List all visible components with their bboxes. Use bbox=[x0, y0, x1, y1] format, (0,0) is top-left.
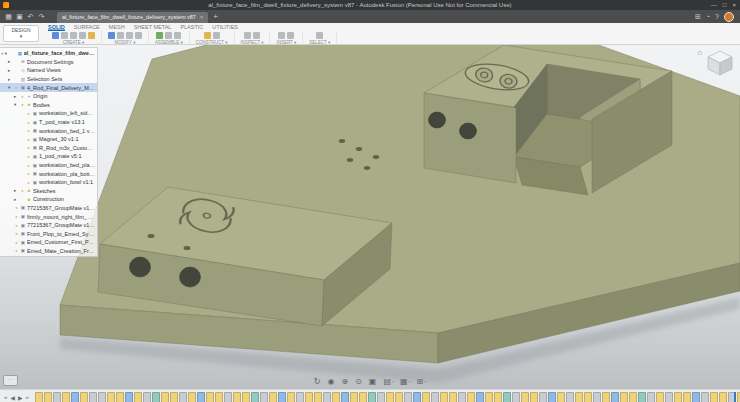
browser-row[interactable]: ▸ ◇ Named Views bbox=[0, 66, 97, 75]
ribbon-tab[interactable]: SOLID bbox=[48, 23, 65, 31]
timeline-feature-icon[interactable] bbox=[89, 392, 97, 402]
timeline-control-button[interactable]: ◀ bbox=[10, 394, 15, 401]
tool-icon[interactable] bbox=[278, 32, 285, 39]
timeline-feature-icon[interactable] bbox=[323, 392, 331, 402]
timeline-feature-icon[interactable] bbox=[692, 392, 700, 402]
timeline-feature-icon[interactable] bbox=[44, 392, 52, 402]
home-view-icon[interactable]: ⌂ bbox=[697, 48, 702, 58]
tool-icon[interactable] bbox=[126, 32, 133, 39]
timeline-feature-icon[interactable] bbox=[197, 392, 205, 402]
browser-row[interactable]: ● ▣ firmly_mount_right_film_pcb v7:1 bbox=[0, 212, 97, 221]
expand-arrow-icon[interactable]: ▸ bbox=[14, 197, 19, 202]
browser-row[interactable]: ● ▣ Emed_Mate_Creation_Frame v4:1 bbox=[0, 247, 97, 256]
nav-button[interactable]: ▣ bbox=[369, 377, 378, 387]
visibility-bulb-icon[interactable]: ● bbox=[14, 248, 19, 253]
nav-button[interactable]: ▤ ▾ bbox=[383, 377, 394, 387]
timeline-feature-icon[interactable] bbox=[269, 392, 277, 402]
browser-row[interactable]: « ▾ ▦ al_fixture_face_film_dwell_fixture… bbox=[0, 49, 97, 58]
timeline-feature-icon[interactable] bbox=[719, 392, 727, 402]
timeline-feature-icon[interactable] bbox=[53, 392, 61, 402]
timeline-feature-icon[interactable] bbox=[260, 392, 268, 402]
timeline-feature-icon[interactable] bbox=[701, 392, 709, 402]
timeline-feature-icon[interactable] bbox=[404, 392, 412, 402]
browser-row[interactable]: ▸ ⊛ Document Settings bbox=[0, 58, 97, 67]
timeline-feature-icon[interactable] bbox=[143, 392, 151, 402]
new-tab-button[interactable]: + bbox=[213, 12, 218, 21]
browser-row[interactable]: ▸ ● + Origin bbox=[0, 92, 97, 101]
expand-arrow-icon[interactable]: ▾ bbox=[5, 51, 10, 56]
document-tab[interactable]: al_fixture_face_film_dwell_fixture_deliv… bbox=[57, 12, 208, 23]
nav-button[interactable]: ↻ bbox=[314, 377, 322, 387]
browser-row[interactable]: ▸ ▥ Selection Sets bbox=[0, 75, 97, 84]
timeline-feature-icon[interactable] bbox=[449, 392, 457, 402]
timeline-feature-icon[interactable] bbox=[431, 392, 439, 402]
browser-row[interactable]: ● ▣ Emed_Customer_First_Panel v7:1 bbox=[0, 238, 97, 247]
expand-arrow-icon[interactable]: ▸ bbox=[8, 59, 13, 64]
timeline-feature-icon[interactable] bbox=[458, 392, 466, 402]
browser-row[interactable]: ● ▣ workstation_bowl v1:1 bbox=[0, 178, 97, 187]
appbar-icon[interactable]: ⊞ bbox=[695, 10, 701, 23]
visibility-bulb-icon[interactable]: ● bbox=[26, 120, 31, 125]
timeline-feature-icon[interactable] bbox=[647, 392, 655, 402]
nav-button[interactable]: ⊞ ▾ bbox=[417, 377, 427, 387]
timeline-feature-icon[interactable] bbox=[395, 392, 403, 402]
timeline-feature-icon[interactable] bbox=[665, 392, 673, 402]
tool-icon[interactable] bbox=[117, 32, 124, 39]
visibility-bulb-icon[interactable]: ● bbox=[26, 171, 31, 176]
visibility-bulb-icon[interactable]: ● bbox=[26, 154, 31, 159]
timeline-feature-icon[interactable] bbox=[386, 392, 394, 402]
timeline-feature-icon[interactable] bbox=[413, 392, 421, 402]
tool-icon[interactable] bbox=[135, 32, 142, 39]
timeline-feature-icon[interactable] bbox=[656, 392, 664, 402]
visibility-bulb-icon[interactable]: ● bbox=[14, 240, 19, 245]
timeline-feature-icon[interactable] bbox=[35, 392, 43, 402]
visibility-bulb-icon[interactable]: ● bbox=[26, 180, 31, 185]
timeline-feature-icon[interactable] bbox=[287, 392, 295, 402]
timeline-feature-icon[interactable] bbox=[188, 392, 196, 402]
tool-icon[interactable] bbox=[61, 32, 68, 39]
timeline-feature-icon[interactable] bbox=[359, 392, 367, 402]
browser-row[interactable]: ▾ ● ■ Bodies bbox=[0, 101, 97, 110]
browser-row[interactable]: ● ▣ workstation_left_side v5:1 bbox=[0, 109, 97, 118]
visibility-bulb-icon[interactable]: ● bbox=[20, 102, 25, 107]
visibility-bulb-icon[interactable]: ● bbox=[14, 214, 19, 219]
timeline-feature-icon[interactable] bbox=[512, 392, 520, 402]
timeline-feature-icon[interactable] bbox=[638, 392, 646, 402]
quick-access-icon[interactable]: ▦ bbox=[3, 10, 14, 23]
browser-row[interactable]: ▾ ● ▣ 4_Rod_Final_Delivery_Mechanism v12… bbox=[0, 83, 97, 92]
timeline-feature-icon[interactable] bbox=[215, 392, 223, 402]
tool-icon[interactable] bbox=[52, 32, 59, 39]
browser-row[interactable]: ▸ ■ Construction bbox=[0, 195, 97, 204]
close-tab-icon[interactable]: × bbox=[200, 12, 203, 23]
timeline-feature-icon[interactable] bbox=[350, 392, 358, 402]
timeline-feature-icon[interactable] bbox=[71, 392, 79, 402]
timeline-feature-icon[interactable] bbox=[494, 392, 502, 402]
model-canvas[interactable] bbox=[0, 45, 740, 389]
tool-icon[interactable] bbox=[174, 32, 181, 39]
expand-arrow-icon[interactable]: ▸ bbox=[8, 77, 13, 82]
ribbon-tab[interactable]: SURFACE bbox=[74, 23, 100, 31]
timeline-feature-icon[interactable] bbox=[503, 392, 511, 402]
collapse-panel-icon[interactable]: « bbox=[1, 50, 4, 56]
timeline-feature-icon[interactable] bbox=[107, 392, 115, 402]
browser-row[interactable]: ▸ ● ■ Sketches bbox=[0, 187, 97, 196]
timeline-feature-icon[interactable] bbox=[530, 392, 538, 402]
timeline-feature-icon[interactable] bbox=[593, 392, 601, 402]
browser-row[interactable]: ● ▣ workstation_bed_plate v3:1 bbox=[0, 161, 97, 170]
tool-icon[interactable] bbox=[165, 32, 172, 39]
timeline-feature-icon[interactable] bbox=[548, 392, 556, 402]
tool-icon[interactable] bbox=[88, 32, 95, 39]
browser-row[interactable]: ● ▣ 77215367_GroupMate v15b:1 bbox=[0, 204, 97, 213]
timeline-feature-icon[interactable] bbox=[575, 392, 583, 402]
timeline-end-marker[interactable] bbox=[734, 392, 736, 402]
user-avatar[interactable] bbox=[724, 12, 734, 22]
browser-row[interactable]: ● ▣ 1_pod_mate v5:1 bbox=[0, 152, 97, 161]
expand-arrow-icon[interactable]: ▸ bbox=[8, 68, 13, 73]
viewport[interactable]: « ▾ ▦ al_fixture_face_film_dwell_fixture… bbox=[0, 45, 740, 389]
appbar-icon[interactable]: ◔ bbox=[706, 10, 710, 23]
browser-row[interactable]: ● ▣ workstation_pla_bottom v2:1 bbox=[0, 169, 97, 178]
tool-icon[interactable] bbox=[156, 32, 163, 39]
timeline-feature-icon[interactable] bbox=[62, 392, 70, 402]
timeline-feature-icon[interactable] bbox=[341, 392, 349, 402]
timeline-feature-icon[interactable] bbox=[422, 392, 430, 402]
